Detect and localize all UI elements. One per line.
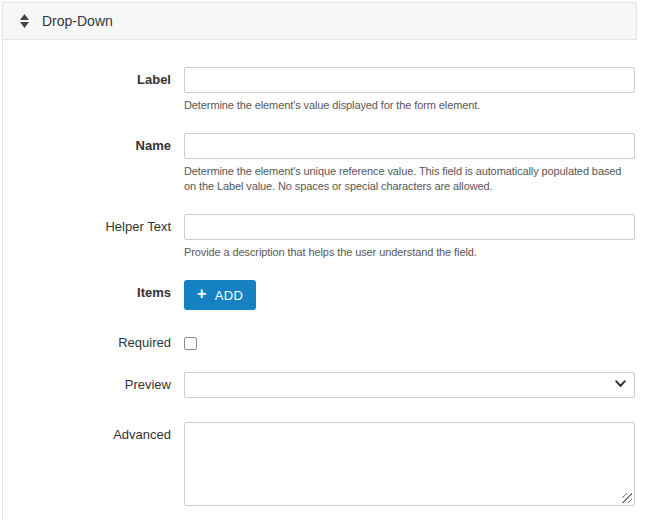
name-helper-description: Determine the element's unique reference… (184, 164, 635, 194)
name-field-label: Name (3, 133, 171, 194)
add-item-button[interactable]: + ADD (184, 280, 256, 310)
add-item-button-label: ADD (215, 288, 244, 303)
required-checkbox[interactable] (184, 337, 197, 350)
items-field-row: Items + ADD (3, 280, 637, 310)
required-field-row: Required (3, 330, 637, 350)
advanced-textarea[interactable] (184, 422, 635, 506)
panel-body: Label Determine the element's value disp… (2, 40, 637, 520)
label-field-label: Label (3, 67, 171, 113)
resize-handle-icon[interactable] (622, 493, 632, 503)
move-vertical-icon[interactable] (20, 14, 29, 28)
label-helper-description: Determine the element's value displayed … (184, 98, 635, 113)
helper-text-field-row: Helper Text Provide a description that h… (3, 214, 637, 260)
advanced-field-row: Advanced (3, 422, 637, 506)
label-input[interactable] (184, 67, 635, 93)
panel-header[interactable]: Drop-Down (2, 2, 637, 40)
helper-text-input[interactable] (184, 214, 635, 240)
name-input[interactable] (184, 133, 635, 159)
helper-text-field-label: Helper Text (3, 214, 171, 260)
preview-field-label: Preview (3, 372, 171, 398)
items-field-label: Items (3, 280, 171, 310)
preview-select[interactable] (184, 372, 635, 398)
advanced-field-label: Advanced (3, 422, 171, 506)
name-field-row: Name Determine the element's unique refe… (3, 133, 637, 194)
plus-icon: + (197, 286, 207, 302)
helper-text-helper-description: Provide a description that helps the use… (184, 245, 635, 260)
dropdown-field-settings-panel: Drop-Down Label Determine the element's … (2, 2, 637, 520)
panel-title: Drop-Down (42, 13, 113, 29)
label-field-row: Label Determine the element's value disp… (3, 67, 637, 113)
preview-field-row: Preview (3, 372, 637, 398)
required-field-label: Required (3, 330, 171, 350)
